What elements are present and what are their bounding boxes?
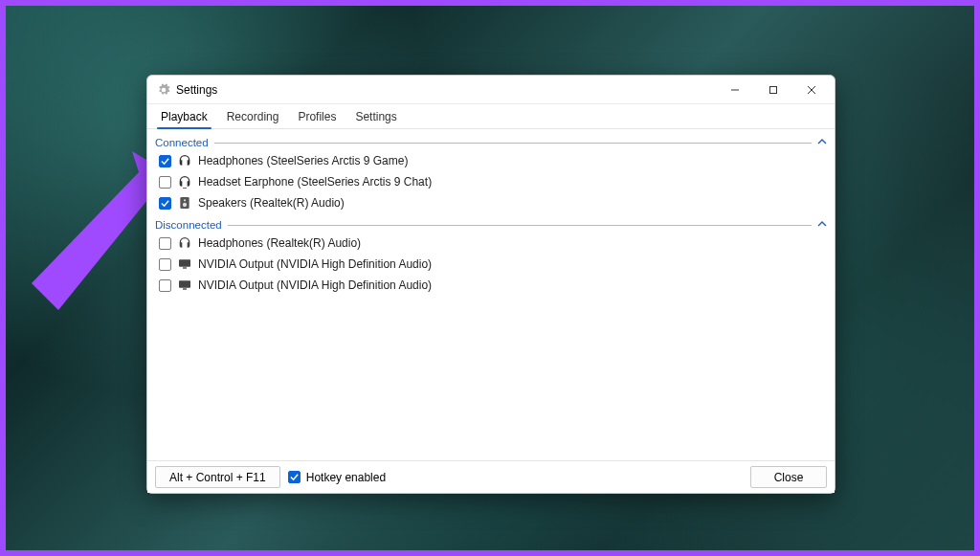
- svg-point-3: [184, 199, 186, 201]
- tab-playback[interactable]: Playback: [151, 106, 217, 128]
- device-checkbox[interactable]: [159, 258, 171, 271]
- device-checkbox[interactable]: [159, 197, 171, 210]
- device-row[interactable]: Headphones (Realtek(R) Audio): [153, 233, 829, 254]
- device-label: NVIDIA Output (NVIDIA High Definition Au…: [198, 278, 432, 292]
- device-label: Headset Earphone (SteelSeries Arctis 9 C…: [198, 175, 432, 189]
- device-row[interactable]: NVIDIA Output (NVIDIA High Definition Au…: [153, 275, 829, 296]
- svg-rect-7: [179, 280, 190, 287]
- svg-rect-6: [183, 267, 187, 268]
- svg-rect-5: [179, 259, 190, 266]
- device-label: NVIDIA Output (NVIDIA High Definition Au…: [198, 257, 432, 271]
- titlebar: Settings: [147, 76, 835, 104]
- svg-rect-1: [770, 86, 777, 93]
- svg-rect-8: [183, 288, 187, 289]
- device-row[interactable]: Headset Earphone (SteelSeries Arctis 9 C…: [153, 171, 829, 192]
- close-button[interactable]: Close: [750, 466, 827, 488]
- group-connected-header[interactable]: Connected: [153, 135, 829, 150]
- device-row[interactable]: Speakers (Realtek(R) Audio): [153, 192, 829, 213]
- device-checkbox[interactable]: [159, 237, 171, 250]
- tab-bar: Playback Recording Profiles Settings: [147, 104, 835, 129]
- device-label: Headphones (SteelSeries Arctis 9 Game): [198, 154, 408, 167]
- device-checkbox[interactable]: [159, 176, 171, 189]
- close-window-button[interactable]: [792, 77, 831, 103]
- device-checkbox[interactable]: [159, 279, 171, 292]
- minimize-button[interactable]: [716, 77, 754, 103]
- chevron-up-icon: [817, 137, 827, 148]
- tab-settings[interactable]: Settings: [345, 106, 406, 128]
- headset-icon: [177, 174, 192, 189]
- device-label: Headphones (Realtek(R) Audio): [198, 236, 361, 250]
- window-title: Settings: [176, 83, 217, 97]
- group-disconnected-label: Disconnected: [155, 219, 222, 231]
- device-row[interactable]: NVIDIA Output (NVIDIA High Definition Au…: [153, 254, 829, 275]
- hotkey-enabled-label: Hotkey enabled: [306, 471, 386, 484]
- headphones-icon: [177, 235, 192, 251]
- hotkey-enabled-checkbox[interactable]: [288, 471, 301, 483]
- app-gear-icon: [157, 83, 170, 97]
- divider: [228, 225, 812, 226]
- device-row[interactable]: Headphones (SteelSeries Arctis 9 Game): [153, 150, 829, 171]
- footer: Alt + Control + F11 Hotkey enabled Close: [147, 460, 835, 493]
- settings-window: Settings Playback Recording Profiles Set…: [146, 75, 835, 494]
- device-list: Connected Headphones (SteelSeries Arctis…: [147, 129, 835, 460]
- maximize-button[interactable]: [754, 77, 792, 103]
- headphones-icon: [177, 153, 192, 168]
- chevron-up-icon: [817, 219, 827, 231]
- tab-profiles[interactable]: Profiles: [288, 106, 345, 128]
- divider: [214, 143, 812, 144]
- group-connected-label: Connected: [155, 137, 209, 148]
- group-disconnected-header[interactable]: Disconnected: [153, 217, 829, 233]
- monitor-icon: [177, 256, 192, 272]
- tab-recording[interactable]: Recording: [217, 106, 289, 128]
- svg-point-4: [183, 203, 187, 207]
- speaker-icon: [177, 195, 192, 211]
- monitor-icon: [177, 278, 192, 293]
- device-checkbox[interactable]: [159, 155, 171, 167]
- device-label: Speakers (Realtek(R) Audio): [198, 196, 345, 210]
- hotkey-button[interactable]: Alt + Control + F11: [155, 466, 280, 488]
